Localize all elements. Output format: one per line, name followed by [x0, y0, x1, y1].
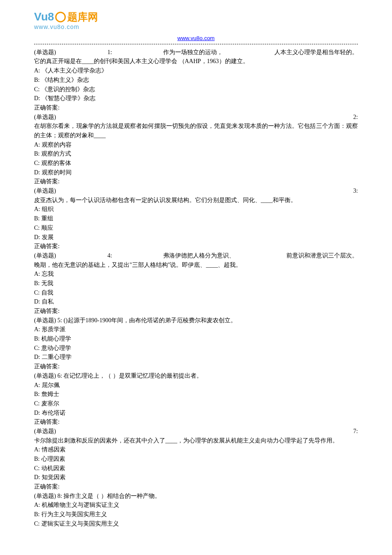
question-block: (单选题) 1: 作为一场独立的运动， 人本主义心理学是相当年轻的。 它的真正开… [34, 48, 358, 113]
question-type: (单选题) [34, 186, 56, 196]
question-block: (单选题) 7: 卡尔除提出刺激和反应的因素外，还在其中介入了____，为心理学… [34, 427, 358, 491]
question-type: (单选题) [34, 427, 56, 436]
option-a: A: 形质学派 [34, 325, 358, 334]
option-a: A: 屈尔佩 [34, 381, 358, 390]
option-a: A: 忘我 [34, 269, 358, 279]
option-c: C: 观察的客体 [34, 159, 358, 168]
divider [34, 44, 358, 44]
answer-label: 正确答案: [34, 482, 358, 491]
svg-text:www.vu8o.com: www.vu8o.com [34, 23, 79, 30]
question-block: (单选题) 5: ()起源于1890-1900年间，由布伦塔诺的弟子厄棱费尔和麦… [34, 316, 358, 371]
option-c: C: 自我 [34, 288, 358, 298]
option-c: C: 顺应 [34, 223, 358, 233]
question-block: (单选题) 2: 在胡塞尔看来，现象学的方法就是观察者如何摆脱一切预先的假设，凭… [34, 113, 358, 187]
question-intro-mid: 作为一场独立的运动， [163, 48, 223, 57]
option-b: B: 心理因素 [34, 454, 358, 464]
option-d: D: 发展 [34, 233, 358, 242]
question-number: 7: [353, 427, 358, 436]
option-d: D: 知觉因素 [34, 473, 358, 482]
option-b: B: 机能心理学 [34, 334, 358, 344]
question-number: 1: [107, 48, 112, 57]
question-number: 4: [107, 251, 112, 260]
svg-point-1 [56, 12, 65, 22]
svg-text:题库网: 题库网 [67, 12, 98, 23]
option-b: B: 重组 [34, 214, 358, 223]
option-a: A: 组织 [34, 205, 358, 214]
svg-text:Vu8: Vu8 [34, 10, 54, 23]
question-text: 操作主义是（ ）相结合的一种产物。 [63, 493, 161, 499]
option-c: C: 逻辑实证主义与美国实用主义 [34, 519, 358, 529]
option-c: C: 《意识的控制》杂志 [34, 85, 358, 94]
option-c: C: 麦塞尔 [34, 399, 358, 408]
question-header: (单选题) 1: 作为一场独立的运动， 人本主义心理学是相当年轻的。 [34, 48, 358, 57]
question-text: 它的真正开端是在____的创刊和美国人本主义心理学会 （AAHP，1963）的建… [34, 57, 358, 66]
question-block: (单选题) 6: 在记忆理论上，（ ）是双重记忆理论的最初提出者。 A: 屈尔佩… [34, 371, 358, 427]
option-a: A: 情感因素 [34, 445, 358, 454]
question-header: (单选题) 4: 弗洛伊德把人格分为意识、 前意识和潜意识三个层次。 [34, 251, 358, 260]
option-a: A: 《人本主义心理学杂志》 [34, 66, 358, 75]
question-text: 皮亚杰认为，每一个认识活动都包含有一定的认识发展结构。它们分别是图式、同化、__… [34, 196, 358, 205]
question-number: 5: [58, 317, 62, 324]
question-number: 6: [58, 373, 62, 379]
answer-label: 正确答案: [34, 417, 358, 427]
question-line: (单选题) 5: ()起源于1890-1900年间，由布伦塔诺的弟子厄棱费尔和麦… [34, 316, 358, 325]
logo: Vu8 题库网 www.vu8o.com [34, 9, 358, 32]
content-area: (单选题) 1: 作为一场独立的运动， 人本主义心理学是相当年轻的。 它的真正开… [34, 48, 358, 529]
question-number: 3: [353, 186, 358, 196]
question-type: (单选题) [34, 493, 56, 499]
question-intro-right: 前意识和潜意识三个层次。 [286, 251, 358, 260]
question-intro-mid: 弗洛伊德把人格分为意识、 [163, 251, 235, 260]
question-text: 卡尔除提出刺激和反应的因素外，还在其中介入了____，为心理学的发展从机能主义走… [34, 436, 358, 445]
question-intro-right: 人本主义心理学是相当年轻的。 [274, 48, 358, 57]
question-type: (单选题) [34, 48, 56, 57]
question-text: 晚期，他在无意识的基础上，又提出"三部人格结构"说。即伊底、____、超我。 [34, 260, 358, 270]
option-b: B: 行为主义与美国实用主义 [34, 510, 358, 519]
option-c: C: 动机因素 [34, 464, 358, 473]
answer-label: 正确答案: [34, 177, 358, 186]
answer-label: 正确答案: [34, 306, 358, 316]
answer-label: 正确答案: [34, 242, 358, 251]
question-block: (单选题) 3: 皮亚杰认为，每一个认识活动都包含有一定的认识发展结构。它们分别… [34, 186, 358, 251]
option-b: B: 观察的方式 [34, 149, 358, 159]
option-d: D: 自私 [34, 297, 358, 306]
option-a: A: 机械唯物主义与逻辑实证主义 [34, 500, 358, 510]
question-text: 在胡塞尔看来，现象学的方法就是观察者如何摆脱一切预先的假设，凭直觉来发现本质的一… [34, 121, 358, 140]
question-block: (单选题) 8: 操作主义是（ ）相结合的一种产物。 A: 机械唯物主义与逻辑实… [34, 491, 358, 529]
question-header: (单选题) 2: [34, 113, 358, 122]
question-text: 在记忆理论上，（ ）是双重记忆理论的最初提出者。 [63, 373, 202, 379]
question-block: (单选题) 4: 弗洛伊德把人格分为意识、 前意识和潜意识三个层次。 晚期，他在… [34, 251, 358, 316]
answer-label: 正确答案: [34, 103, 358, 113]
question-type: (单选题) [34, 317, 56, 324]
header-link[interactable]: www.vu8o.com [34, 34, 358, 43]
option-a: A: 观察的内容 [34, 140, 358, 150]
option-d: D: 观察的时间 [34, 168, 358, 177]
option-b: B: 詹姆士 [34, 390, 358, 399]
question-header: (单选题) 3: [34, 186, 358, 196]
question-header: (单选题) 7: [34, 427, 358, 436]
question-type: (单选题) [34, 113, 56, 122]
option-b: B: 《结构主义》杂志 [34, 75, 358, 85]
option-d: D: 二重心理学 [34, 353, 358, 362]
question-type: (单选题) [34, 251, 56, 260]
question-text: ()起源于1890-1900年间，由布伦塔诺的弟子厄棱费尔和麦农创立。 [63, 317, 236, 324]
question-type: (单选题) [34, 373, 56, 379]
question-line: (单选题) 8: 操作主义是（ ）相结合的一种产物。 [34, 491, 358, 501]
option-c: C: 意动心理学 [34, 344, 358, 353]
option-b: B: 无我 [34, 279, 358, 288]
question-number: 2: [353, 113, 358, 122]
answer-label: 正确答案: [34, 362, 358, 371]
question-line: (单选题) 6: 在记忆理论上，（ ）是双重记忆理论的最初提出者。 [34, 371, 358, 381]
option-d: D: 布伦塔诺 [34, 408, 358, 418]
question-number: 8: [58, 493, 62, 499]
option-d: D: 《智慧心理学》杂志 [34, 94, 358, 103]
